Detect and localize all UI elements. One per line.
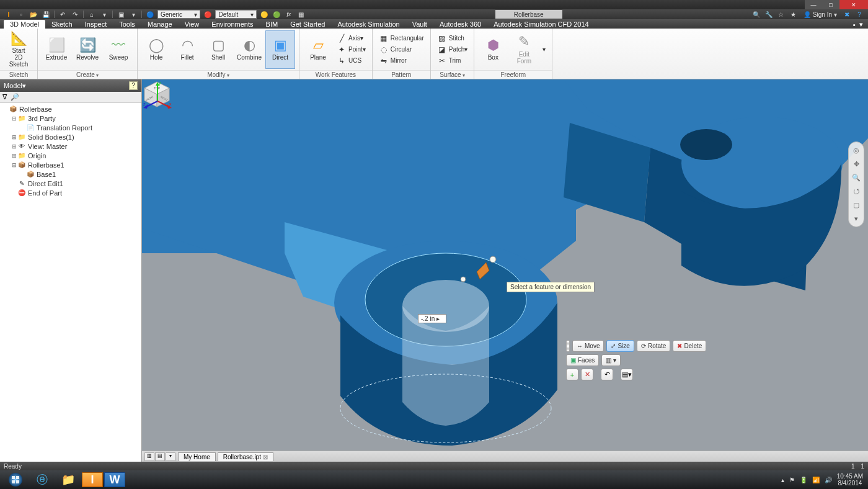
search-icon[interactable]: 🔍	[751, 10, 762, 19]
shell-button[interactable]: ▢Shell	[203, 30, 233, 69]
start-2d-sketch-button[interactable]: 📐Start2D Sketch	[4, 30, 33, 69]
tab-sketch[interactable]: Sketch	[45, 20, 79, 29]
tile-v-icon[interactable]: ▤	[155, 452, 165, 461]
trim-button[interactable]: ✂Trim	[435, 55, 471, 66]
dropdown-icon[interactable]: ▾	[128, 10, 139, 19]
direct-button[interactable]: ▣Direct	[265, 30, 295, 69]
key-icon[interactable]: 🔧	[763, 10, 774, 19]
stitch-button[interactable]: ▨Stitch	[435, 33, 471, 44]
options-button[interactable]: ▤▾	[621, 369, 633, 380]
taskbar-word-icon[interactable]: W	[104, 472, 125, 487]
redo-icon[interactable]: ↷	[69, 10, 81, 19]
taskbar-inventor-icon[interactable]: I	[82, 472, 103, 487]
tab-manage[interactable]: Manage	[141, 20, 179, 29]
save-icon[interactable]: 💾	[40, 10, 51, 19]
appearance-icon[interactable]: 🔴	[202, 10, 213, 19]
box-button[interactable]: ⬢Box	[478, 30, 508, 69]
tab-3d-model[interactable]: 3D Model	[4, 20, 45, 29]
tree-item[interactable]: ⛔End of Part	[0, 188, 141, 197]
taskbar-explorer-icon[interactable]: 📁	[56, 472, 81, 488]
start-button[interactable]	[2, 472, 29, 488]
tree-item[interactable]: ⊟📁3rd Party	[0, 114, 141, 123]
adjust-icon[interactable]: 🟡	[259, 10, 270, 19]
window-maximize-button[interactable]: □	[822, 0, 839, 9]
viewport-3d[interactable]: – □ x	[142, 79, 868, 462]
tray-power-icon[interactable]: 🔋	[800, 477, 807, 483]
ribbon-appearance-icon[interactable]: ▪	[853, 21, 856, 29]
rectangular-pattern-button[interactable]: ▦Rectangular	[376, 33, 427, 44]
extrude-button[interactable]: ⬜Extrude	[42, 30, 71, 69]
taskbar-ie-icon[interactable]: ⓔ	[30, 472, 55, 488]
orbit-icon[interactable]: ⭯	[851, 186, 862, 197]
help-icon[interactable]: ?	[854, 10, 865, 19]
tree-item[interactable]: ⊞👁View: Master	[0, 141, 141, 151]
tab-bim[interactable]: BIM	[260, 20, 285, 29]
undo-icon[interactable]: ↶	[57, 10, 68, 19]
patch-button[interactable]: ◪Patch ▾	[435, 44, 471, 55]
tree-item[interactable]: 📄Translation Report	[0, 123, 141, 132]
tray-volume-icon[interactable]: 🔊	[825, 477, 832, 483]
tab-tools[interactable]: Tools	[113, 20, 141, 29]
tile-h-icon[interactable]: ▥	[144, 452, 154, 461]
ribbon-minimize-icon[interactable]: ▾	[859, 20, 863, 29]
appearance-combo[interactable]: Default ▾	[215, 10, 256, 19]
tab-vault[interactable]: Vault	[406, 20, 433, 29]
revolve-button[interactable]: 🔄Revolve	[73, 30, 102, 69]
tree-item[interactable]: 📦Base1	[0, 169, 141, 179]
filter-icon[interactable]: ∇	[2, 93, 7, 101]
star-icon[interactable]: ★	[788, 10, 799, 19]
model-browser-header[interactable]: Model ▾ ?	[0, 79, 141, 92]
tab-inspect[interactable]: Inspect	[79, 20, 113, 29]
my-home-tab[interactable]: My Home	[178, 452, 216, 461]
cancel-button[interactable]: ✕	[581, 369, 593, 380]
model-tree[interactable]: 📦Rollerbase⊟📁3rd Party📄Translation Repor…	[0, 103, 141, 462]
lookat-icon[interactable]: ▢	[851, 199, 862, 210]
window-close-button[interactable]: ✕	[839, 0, 868, 9]
group-label[interactable]: Surface	[431, 70, 474, 79]
group-label[interactable]: Create	[38, 70, 137, 79]
axis-button[interactable]: ╱Axis ▾	[334, 33, 368, 44]
tree-item[interactable]: ⊞📁Origin	[0, 151, 141, 160]
select-icon[interactable]: ▣	[115, 10, 126, 19]
panel-help-icon[interactable]: ?	[129, 81, 138, 90]
dimension-input[interactable]: -.2 in ▸	[418, 314, 446, 323]
hole-button[interactable]: ◯Hole	[141, 30, 171, 69]
tray-flag-icon[interactable]: ⚑	[789, 477, 795, 483]
move-button[interactable]: ↔Move	[572, 340, 604, 352]
window-minimize-button[interactable]: —	[805, 0, 822, 9]
app-menu-button[interactable]: I	[3, 10, 14, 19]
settings-icon[interactable]: ▦	[296, 10, 307, 19]
fx-icon[interactable]: fx	[283, 10, 294, 19]
dropdown-icon[interactable]: ▾	[99, 10, 110, 19]
ucs-button[interactable]: ↳UCS	[334, 55, 368, 66]
combine-button[interactable]: ◐Combine	[234, 30, 264, 69]
tab-autodesk-simulation[interactable]: Autodesk Simulation	[331, 20, 405, 29]
freeform-expand-icon[interactable]: ▾	[540, 44, 548, 55]
plane-button[interactable]: ▱Plane	[303, 30, 333, 69]
new-icon[interactable]: ▫	[16, 10, 27, 19]
tree-item[interactable]: 📦Rollerbase	[0, 104, 141, 114]
tree-item[interactable]: ⊞📁Solid Bodies(1)	[0, 132, 141, 141]
find-icon[interactable]: 🔎	[11, 93, 19, 101]
tree-item[interactable]: ✎Direct Edit1	[0, 179, 141, 188]
zoom-icon[interactable]: 🔍	[851, 172, 862, 183]
fillet-button[interactable]: ◠Fillet	[172, 30, 202, 69]
signin-button[interactable]: 👤 Sign In ▾	[804, 11, 837, 18]
tab-get-started[interactable]: Get Started	[284, 20, 331, 29]
tab-simulation-cfd[interactable]: Autodesk Simulation CFD 2014	[487, 20, 595, 29]
tab-view[interactable]: View	[179, 20, 206, 29]
nav-more-icon[interactable]: ▾	[851, 213, 862, 224]
point-button[interactable]: ✦Point ▾	[334, 44, 368, 55]
faces-button[interactable]: ▣Faces	[566, 354, 599, 366]
exchange-icon[interactable]: ✖	[841, 10, 852, 19]
tab-autodesk-360[interactable]: Autodesk 360	[433, 20, 487, 29]
pan-icon[interactable]: ✥	[851, 158, 862, 169]
close-tab-icon[interactable]: ⊠	[263, 454, 268, 460]
material-combo[interactable]: Generic ▾	[157, 10, 200, 19]
home-icon[interactable]: ⌂	[86, 10, 97, 19]
taskbar-clock[interactable]: 10:45 AM 8/4/2014	[837, 473, 863, 487]
edit-form-button[interactable]: ✎EditForm	[509, 30, 539, 69]
rotate-button[interactable]: ⟳Rotate	[637, 340, 670, 352]
tray-network-icon[interactable]: 📶	[812, 477, 820, 483]
star-icon[interactable]: ☆	[776, 10, 787, 19]
